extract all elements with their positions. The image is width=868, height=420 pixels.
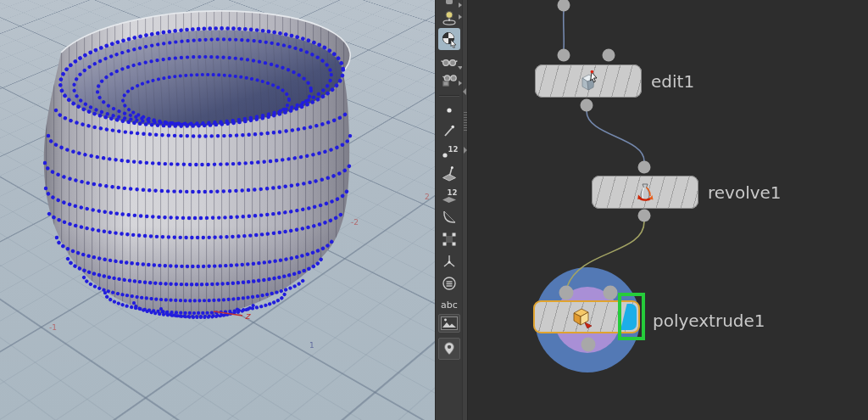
node-edit1[interactable] xyxy=(535,64,642,98)
bowl-geometry[interactable] xyxy=(0,0,435,420)
display-poles-button[interactable] xyxy=(438,273,460,294)
display-normals-button[interactable] xyxy=(438,251,460,272)
z-axis-label: z xyxy=(245,311,250,322)
snap-location-button[interactable] xyxy=(438,338,460,360)
secure-selection-button[interactable] xyxy=(438,8,460,28)
revolve-node-icon xyxy=(632,180,658,205)
display-labels-button[interactable]: abc xyxy=(438,294,460,315)
display-handles-button[interactable] xyxy=(438,229,460,249)
view-glasses-icon xyxy=(440,53,459,71)
display-prim-numbers-button[interactable]: 12 xyxy=(438,185,460,205)
node-label-revolve1: revolve1 xyxy=(708,182,782,203)
point-numbers-icon: 12 xyxy=(440,143,459,161)
toolbar-separator xyxy=(439,95,459,97)
network-editor[interactable]: edit1 revolve1 polyextrude1 xyxy=(468,0,868,420)
display-hulls-button[interactable] xyxy=(438,207,460,227)
normals-icon xyxy=(440,252,459,271)
collapse-right-icon[interactable] xyxy=(464,147,467,154)
node-wires xyxy=(468,0,868,420)
collapse-left-icon[interactable] xyxy=(463,88,466,95)
node-revolve1[interactable] xyxy=(592,176,698,209)
polyextrude-node-icon xyxy=(567,304,594,331)
houdini-window: z -1 1 -2 2 xyxy=(0,0,868,420)
abc-label-icon: abc xyxy=(441,300,458,311)
clipped-tool-button[interactable] xyxy=(438,0,460,7)
pane-splitter[interactable] xyxy=(462,0,468,420)
view-isolate-icon xyxy=(440,70,459,89)
svg-text:12: 12 xyxy=(448,145,459,154)
secure-selection-icon xyxy=(440,8,459,27)
display-points-button[interactable] xyxy=(438,100,460,120)
display-point-numbers-button[interactable]: 12 xyxy=(438,142,460,162)
svg-text:12: 12 xyxy=(448,188,458,197)
point-icon xyxy=(440,101,459,120)
select-tool-icon xyxy=(440,30,459,48)
prim-needle-icon xyxy=(440,165,459,183)
splitter-grip[interactable] xyxy=(464,110,467,131)
prim-numbers-icon: 12 xyxy=(440,186,459,204)
scene-viewport[interactable]: z -1 1 -2 2 xyxy=(0,0,435,420)
handle-box-icon xyxy=(440,230,459,249)
edit-node-icon xyxy=(576,69,601,94)
viewport-toolbar: 12 12 xyxy=(435,0,462,420)
node-label-edit1: edit1 xyxy=(651,71,694,92)
image-icon xyxy=(441,316,458,330)
flag-highlight-box xyxy=(618,293,645,340)
view-isolate-button[interactable] xyxy=(438,70,460,90)
hull-curve-icon xyxy=(440,208,459,227)
needle-icon xyxy=(440,121,459,140)
background-image-button[interactable] xyxy=(438,314,460,333)
location-pin-icon xyxy=(441,340,458,357)
display-point-normals-button[interactable] xyxy=(438,120,460,141)
display-prim-normals-button[interactable] xyxy=(438,164,460,184)
poles-icon xyxy=(440,274,459,293)
node-label-polyextrude1: polyextrude1 xyxy=(653,311,765,331)
select-tool-button[interactable] xyxy=(438,28,460,50)
